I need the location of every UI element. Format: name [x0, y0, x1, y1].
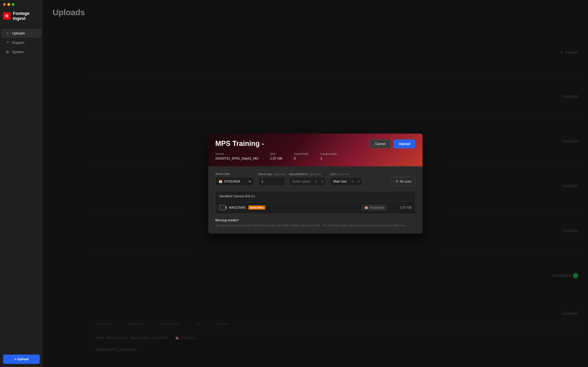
camera-roll-section: Identified Camera Roll (1) □ A061CNA5 Ex… — [215, 191, 416, 214]
calendar-icon-2: 📅 — [218, 180, 222, 183]
maximize-button[interactable] — [12, 3, 14, 6]
source-value: 20240731_EP01_Day01_MU — [215, 157, 258, 160]
episode-block-label: Episode/Block (optional) — [289, 172, 326, 176]
shoot-date-label: Shoot Date — [215, 172, 254, 175]
episode-block-select[interactable]: Select option — [289, 177, 314, 186]
camera-rolls-label: Camera Rolls — [320, 152, 337, 155]
upload-button[interactable]: + Upload — [3, 355, 40, 364]
system-icon: ⚙ — [5, 50, 10, 54]
modal-actions: Cancel Upload — [370, 140, 416, 149]
missing-media-desc: If a camera or a sound roll is not shown… — [215, 223, 416, 228]
modal-meta: Source 20240731_EP01_Day01_MU Size 1.07 … — [215, 152, 337, 160]
rescan-button[interactable]: ↻ Re-scan — [392, 177, 416, 186]
source-meta: Source 20240731_EP01_Day01_MU — [215, 152, 258, 160]
missing-media-section: Missing media? If a camera or a sound ro… — [215, 218, 416, 228]
netflix-logo-icon: N — [3, 12, 10, 20]
missing-media-title: Missing media? — [215, 218, 416, 222]
rescan-label: Re-scan — [400, 180, 412, 183]
rescan-icon: ↻ — [396, 180, 398, 183]
sidebar: N Footage Ingest ↑ Uploads ? Support ⚙ S… — [0, 0, 43, 367]
shoot-day-value: 1 — [261, 180, 263, 183]
unit-dropdown-button[interactable]: ▼ — [355, 177, 362, 186]
modal-header-left: MPS Training - Source 20240731_EP01_Day0… — [215, 140, 337, 160]
camera-roll-date[interactable]: 📅 07/31/2024 — [362, 205, 387, 211]
modal-body: Shoot Date 📅 07/31/2024 ▼ Shoot Day (opt… — [208, 166, 423, 234]
size-label: Size — [270, 152, 282, 155]
upload-confirm-button[interactable]: Upload — [393, 140, 416, 149]
close-button[interactable] — [3, 3, 6, 6]
episode-block-dropdown-button[interactable]: ▼ — [319, 177, 326, 186]
modal-title: MPS Training - — [215, 140, 337, 148]
cancel-button[interactable]: Cancel — [370, 140, 391, 149]
source-label: Source — [215, 152, 258, 155]
traffic-lights — [0, 0, 43, 7]
size-meta: Size 1.07 GB — [270, 152, 282, 160]
camera-roll-icon: □ — [219, 205, 226, 210]
unit-value: Main Unit — [333, 180, 347, 183]
roll-date-value: 07/31/2024 — [370, 206, 384, 209]
episode-block-select-container: Select option ✕ ▼ — [289, 177, 326, 186]
shoot-date-input[interactable]: 📅 07/31/2024 ▼ — [215, 177, 254, 186]
unit-field: Unit (optional) Main Unit ✕ ▼ — [330, 172, 362, 186]
upload-modal: MPS Training - Source 20240731_EP01_Day0… — [208, 134, 423, 234]
shoot-day-label: Shoot Day (optional) — [258, 172, 285, 176]
unit-label: Unit (optional) — [330, 172, 362, 176]
sidebar-item-label-system: System — [12, 50, 24, 54]
camera-rolls-value: 1 — [320, 157, 337, 160]
size-value: 1.07 GB — [270, 157, 282, 160]
camera-rolls-meta: Camera Rolls 1 — [320, 152, 337, 160]
unit-select[interactable]: Main Unit — [330, 177, 350, 186]
extra-files-badge: Extra Files — [248, 206, 265, 210]
camera-roll-name: A061CNA5 — [229, 206, 245, 209]
calendar-icon-3: 📅 — [365, 206, 368, 209]
support-icon: ? — [5, 41, 10, 45]
sidebar-item-label-uploads: Uploads — [12, 31, 25, 35]
episode-block-placeholder: Select option — [293, 180, 311, 183]
app-header: N Footage Ingest — [0, 7, 43, 25]
camera-roll-item: □ A061CNA5 Extra Files 📅 07/31/2024 1.07… — [216, 201, 415, 214]
form-row: Shoot Date 📅 07/31/2024 ▼ Shoot Day (opt… — [215, 172, 416, 186]
sidebar-item-system[interactable]: ⚙ System — [1, 48, 41, 57]
sound-rolls-label: Sound Rolls — [294, 152, 309, 155]
shoot-date-field: Shoot Date 📅 07/31/2024 ▼ — [215, 172, 254, 186]
dropdown-arrow-icon: ▼ — [249, 180, 251, 183]
shoot-date-value: 07/31/2024 — [225, 180, 240, 183]
shoot-day-input[interactable]: 1 — [258, 177, 285, 186]
minimize-button[interactable] — [7, 3, 10, 6]
sidebar-nav: ↑ Uploads ? Support ⚙ System — [0, 28, 43, 351]
episode-block-field: Episode/Block (optional) Select option ✕… — [289, 172, 326, 186]
modal-header: MPS Training - Source 20240731_EP01_Day0… — [208, 134, 423, 166]
sidebar-item-label-support: Support — [12, 41, 24, 45]
sound-rolls-meta: Sound Rolls 0 — [294, 152, 309, 160]
sound-rolls-value: 0 — [294, 157, 309, 160]
shoot-day-field: Shoot Day (optional) 1 — [258, 172, 285, 186]
camera-roll-size: 1.07 GB — [396, 206, 412, 209]
unit-select-container: Main Unit ✕ ▼ — [330, 177, 362, 186]
sidebar-item-uploads[interactable]: ↑ Uploads — [1, 29, 41, 38]
episode-block-clear-button[interactable]: ✕ — [313, 177, 319, 186]
sidebar-item-support[interactable]: ? Support — [1, 38, 41, 47]
app-title: Footage Ingest — [13, 11, 40, 21]
uploads-icon: ↑ — [5, 31, 10, 35]
camera-roll-section-title: Identified Camera Roll (1) — [216, 192, 415, 201]
unit-clear-button[interactable]: ✕ — [350, 177, 355, 186]
